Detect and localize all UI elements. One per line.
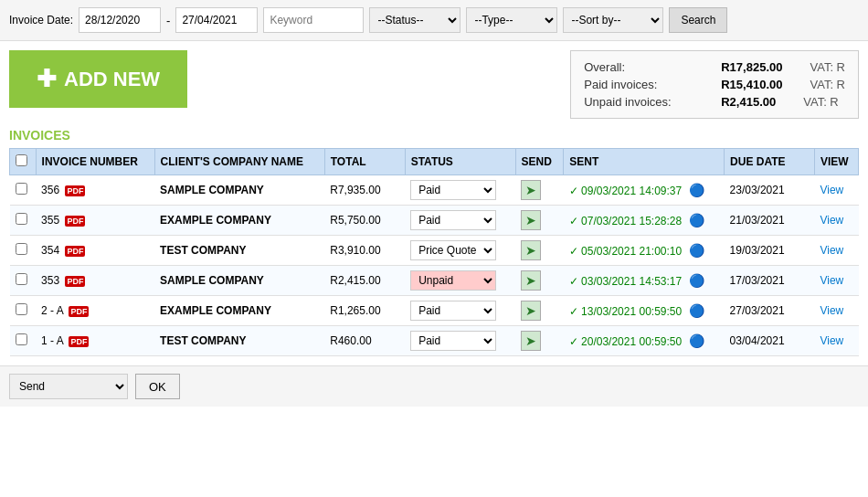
- table-row: 2 - A PDF EXAMPLE COMPANY R1,265.00 Paid…: [10, 296, 859, 326]
- send-arrow-button[interactable]: ➤: [521, 270, 541, 291]
- sent-info-dot[interactable]: 🔵: [689, 303, 704, 318]
- status-cell: PaidUnpaidPrice Quote: [405, 175, 515, 206]
- sent-info-dot[interactable]: 🔵: [689, 243, 704, 258]
- overall-vat: VAT: R: [810, 60, 845, 74]
- header-company-name: CLIENT'S COMPANY NAME: [154, 149, 324, 175]
- row-checkbox-cell: [10, 296, 37, 326]
- invoice-number: 356: [41, 184, 59, 196]
- total-cell: R2,415.00: [324, 266, 405, 296]
- sent-info-dot[interactable]: 🔵: [689, 333, 704, 348]
- status-dropdown[interactable]: PaidUnpaidPrice Quote: [410, 210, 496, 230]
- sort-select[interactable]: --Sort by--: [563, 7, 663, 33]
- status-dropdown[interactable]: PaidUnpaidPrice Quote: [410, 301, 496, 321]
- pdf-icon[interactable]: PDF: [69, 336, 89, 347]
- sent-cell: ✓ 07/03/2021 15:28:28 🔵: [564, 206, 725, 236]
- sent-cell: ✓ 03/03/2021 14:53:17 🔵: [564, 266, 725, 296]
- search-button[interactable]: Search: [669, 7, 727, 33]
- status-dropdown[interactable]: PaidUnpaidPrice Quote: [410, 270, 496, 291]
- add-new-button[interactable]: ✚ ADD NEW: [9, 50, 187, 108]
- view-link[interactable]: View: [820, 244, 843, 257]
- select-all-checkbox[interactable]: [16, 154, 27, 166]
- invoices-table: INVOICE NUMBER CLIENT'S COMPANY NAME TOT…: [9, 148, 859, 356]
- view-link[interactable]: View: [820, 184, 843, 196]
- due-date: 23/03/2021: [730, 184, 785, 196]
- row-checkbox[interactable]: [16, 243, 27, 255]
- row-checkbox[interactable]: [16, 333, 27, 345]
- due-date: 17/03/2021: [730, 274, 785, 287]
- pdf-icon[interactable]: PDF: [65, 185, 85, 196]
- due-date-cell: 17/03/2021: [725, 266, 815, 296]
- invoice-number: 2 - A: [41, 304, 63, 317]
- sent-info-dot[interactable]: 🔵: [689, 183, 704, 197]
- invoice-number-cell: 354 PDF: [36, 236, 154, 266]
- company-name-cell: SAMPLE COMPANY: [154, 266, 324, 296]
- due-date-cell: 03/04/2021: [725, 326, 815, 356]
- pdf-icon[interactable]: PDF: [65, 246, 85, 257]
- main-content: ✚ ADD NEW Overall: R17,825.00 VAT: R Pai…: [0, 41, 868, 365]
- invoice-date-label: Invoice Date:: [9, 14, 73, 26]
- view-link[interactable]: View: [820, 274, 843, 287]
- send-arrow-button[interactable]: ➤: [521, 180, 541, 200]
- company-name: EXAMPLE COMPANY: [160, 304, 271, 317]
- sent-timestamp: ✓ 20/03/2021 00:59:50: [569, 335, 682, 348]
- status-cell: PaidUnpaidPrice Quote: [405, 236, 515, 266]
- send-arrow-button[interactable]: ➤: [521, 301, 541, 321]
- send-arrow-button[interactable]: ➤: [521, 240, 541, 260]
- view-link[interactable]: View: [820, 334, 843, 347]
- pdf-icon[interactable]: PDF: [65, 216, 85, 227]
- keyword-input[interactable]: [263, 7, 364, 33]
- status-cell: PaidUnpaidPrice Quote: [405, 266, 515, 296]
- row-checkbox[interactable]: [16, 183, 27, 195]
- row-checkbox[interactable]: [16, 303, 27, 315]
- ok-button[interactable]: OK: [135, 374, 180, 399]
- summary-box: Overall: R17,825.00 VAT: R Paid invoices…: [570, 50, 859, 119]
- company-name: SAMPLE COMPANY: [160, 184, 264, 196]
- sent-info-dot[interactable]: 🔵: [689, 213, 704, 227]
- plus-icon: ✚: [37, 65, 57, 93]
- company-name-cell: SAMPLE COMPANY: [154, 175, 324, 206]
- view-link[interactable]: View: [820, 214, 843, 227]
- sent-timestamp: ✓ 07/03/2021 15:28:28: [569, 215, 682, 227]
- view-cell: View: [814, 266, 858, 296]
- date-to-input[interactable]: [175, 7, 258, 33]
- invoice-number-cell: 356 PDF: [36, 175, 154, 206]
- sent-info-dot[interactable]: 🔵: [689, 273, 704, 288]
- pdf-icon[interactable]: PDF: [69, 306, 89, 317]
- bulk-action-select[interactable]: Send Delete Mark Paid: [9, 374, 128, 399]
- send-cell: ➤: [515, 296, 564, 326]
- status-dropdown[interactable]: PaidUnpaidPrice Quote: [410, 331, 496, 351]
- due-date-cell: 27/03/2021: [725, 296, 815, 326]
- unpaid-label: Unpaid invoices:: [584, 95, 693, 109]
- invoices-section-label: INVOICES: [9, 128, 859, 143]
- paid-row: Paid invoices: R15,410.00 VAT: R: [584, 76, 845, 93]
- total-amount: R5,750.00: [330, 214, 380, 227]
- header-due-date: DUE DATE: [725, 149, 815, 175]
- overall-label: Overall:: [584, 60, 693, 74]
- view-link[interactable]: View: [820, 304, 843, 317]
- view-cell: View: [814, 206, 858, 236]
- sent-cell: ✓ 09/03/2021 14:09:37 🔵: [564, 175, 725, 206]
- row-checkbox[interactable]: [16, 213, 27, 225]
- pdf-icon[interactable]: PDF: [65, 276, 85, 287]
- total-cell: R3,910.00: [324, 236, 405, 266]
- company-name: SAMPLE COMPANY: [160, 274, 264, 287]
- header-invoice-number: INVOICE NUMBER: [36, 149, 154, 175]
- due-date-cell: 19/03/2021: [725, 236, 815, 266]
- sent-cell: ✓ 13/03/2021 00:59:50 🔵: [564, 296, 725, 326]
- add-new-label: ADD NEW: [64, 68, 160, 91]
- company-name-cell: TEST COMPANY: [154, 326, 324, 356]
- row-checkbox-cell: [10, 206, 37, 236]
- send-arrow-button[interactable]: ➤: [521, 210, 541, 230]
- total-cell: R1,265.00: [324, 296, 405, 326]
- status-dropdown[interactable]: PaidUnpaidPrice Quote: [410, 180, 496, 200]
- bottom-bar: Send Delete Mark Paid OK: [0, 365, 868, 407]
- row-checkbox[interactable]: [16, 273, 27, 285]
- overall-row: Overall: R17,825.00 VAT: R: [584, 58, 845, 76]
- send-arrow-button[interactable]: ➤: [521, 331, 541, 351]
- send-cell: ➤: [515, 206, 564, 236]
- due-date: 21/03/2021: [730, 214, 785, 227]
- date-from-input[interactable]: [79, 7, 161, 33]
- type-select[interactable]: --Type--: [466, 7, 557, 33]
- status-dropdown[interactable]: PaidUnpaidPrice Quote: [410, 240, 496, 260]
- status-select[interactable]: --Status--: [369, 7, 460, 33]
